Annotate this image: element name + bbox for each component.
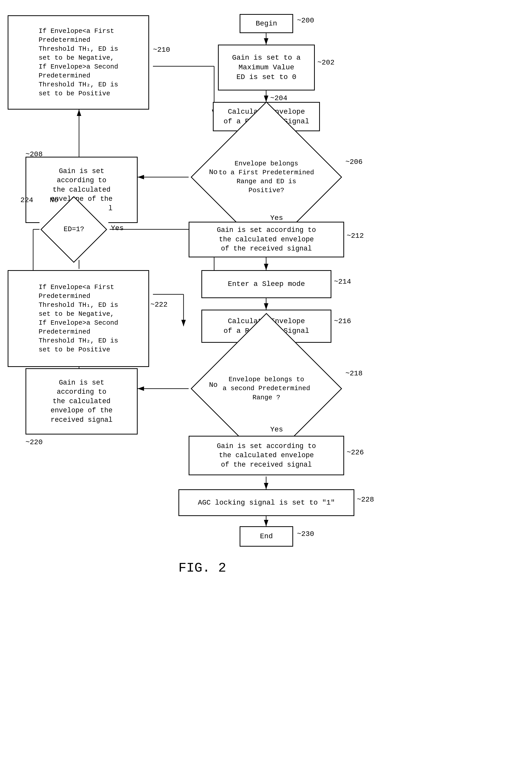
label-230: ~230	[297, 530, 314, 538]
yes-224: Yes	[111, 224, 124, 232]
node-214: Enter a Sleep mode	[201, 270, 331, 298]
node-224: ED=1?	[39, 201, 108, 257]
label-214: ~214	[334, 278, 351, 286]
node-226: Gain is set according tothe calculated e…	[189, 436, 344, 475]
end-node: End	[240, 526, 293, 547]
node-222: If Envelope<a FirstPredeterminedThreshol…	[8, 270, 149, 367]
node-220: Gain is setaccording tothe calculatedenv…	[25, 368, 138, 435]
node-228: AGC locking signal is set to "1"	[179, 489, 354, 516]
label-222: ~222	[150, 301, 168, 309]
no-218: No	[209, 381, 218, 389]
begin-node: Begin	[240, 14, 293, 33]
yes-206: Yes	[270, 214, 283, 222]
label-206: ~206	[345, 158, 362, 166]
label-212: ~212	[347, 232, 364, 240]
label-202: ~202	[317, 59, 334, 67]
label-224: 224	[20, 196, 33, 204]
figure-label: FIG. 2	[179, 561, 226, 576]
yes-218: Yes	[270, 426, 283, 434]
label-228: ~228	[357, 496, 374, 504]
label-210: ~210	[153, 46, 170, 54]
label-220: ~220	[25, 438, 42, 446]
label-204-ref: ~204	[270, 94, 287, 102]
label-218: ~218	[345, 369, 362, 377]
node-212: Gain is set according tothe calculated e…	[189, 222, 344, 257]
node-202: Gain is set to a Maximum Value ED is set…	[218, 44, 315, 91]
node-206: Envelope belongsto a First Predetermined…	[189, 141, 344, 213]
label-200: ~200	[297, 17, 314, 24]
label-216: ~216	[334, 317, 351, 325]
no-224: No	[50, 196, 59, 204]
label-226: ~226	[347, 449, 364, 456]
node-210: If Envelope<a FirstPredeterminedThreshol…	[8, 15, 149, 110]
label-208: ~208	[25, 150, 42, 158]
